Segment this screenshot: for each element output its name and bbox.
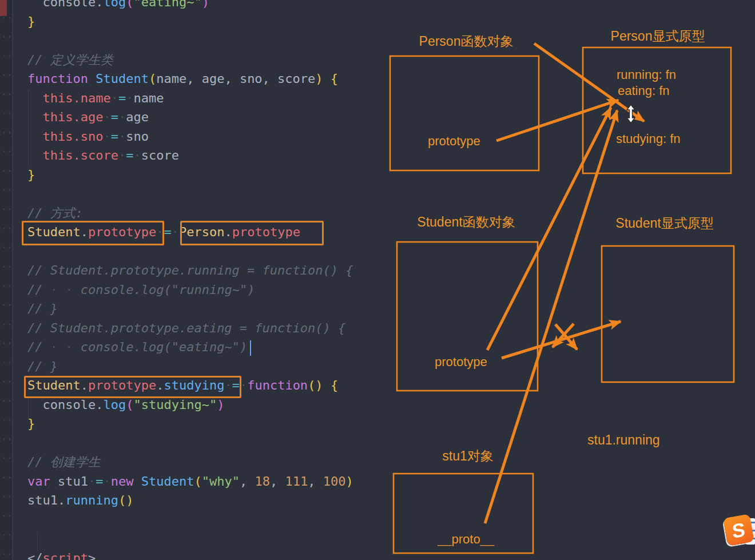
code-line[interactable]: // Student.prototype.eating = function()… (27, 319, 382, 338)
x-crossout-stroke-1 (555, 324, 577, 349)
red-corner-marker (0, 0, 7, 16)
code-line[interactable] (27, 434, 382, 453)
code-line[interactable] (27, 31, 382, 50)
code-annotation-box-student-prototype (22, 221, 164, 245)
arrow-student-prototype-new-link (487, 108, 611, 350)
code-line[interactable]: </script> (27, 549, 382, 560)
label-person-function-object: Person函数对象 (419, 34, 514, 49)
code-line[interactable]: stu1.running() (27, 491, 382, 510)
label-eating-fn: eating: fn (618, 84, 670, 98)
code-line[interactable] (27, 184, 382, 204)
code-line[interactable] (27, 510, 382, 530)
label-stu1-object: stu1对象 (442, 448, 493, 463)
label-person-prototype-slot: prototype (428, 134, 480, 148)
label-student-prototype-slot: prototype (435, 355, 487, 369)
arrow-stu1-proto-link (485, 110, 617, 523)
arrow-personfn-to-prototype-members (534, 43, 644, 121)
code-line[interactable]: } (27, 12, 382, 31)
label-stu1-proto-slot: __proto__ (437, 532, 495, 546)
logo-letter: S (732, 519, 746, 541)
code-line[interactable]: var stu1·=·new Student("why", 18, 111, 1… (27, 472, 382, 491)
arrow-student-prototype-old-link (502, 321, 621, 358)
code-editor[interactable]: console.log("eating~")}// 定义学生类function … (27, 0, 382, 560)
code-line[interactable]: // · · console.log("running~") (27, 280, 382, 300)
label-studying-fn: studying: fn (616, 132, 681, 146)
arrow-person-prototype-link (496, 100, 618, 141)
student-function-object-box (397, 242, 538, 391)
logo-square: S (723, 514, 754, 546)
code-line[interactable]: function Student(name, age, sno, score) … (27, 69, 382, 89)
ide-screenshot: console.log("eating~")}// 定义学生类function … (0, 0, 755, 560)
code-line[interactable]: this.sno·=·sno (27, 127, 382, 146)
code-line[interactable]: this.name·=·name (27, 89, 382, 108)
student-explicit-prototype-box (602, 246, 734, 382)
code-annotation-box-studying (24, 376, 241, 398)
mouse-resize-cursor (627, 105, 635, 123)
code-annotation-box-person-prototype (180, 221, 324, 245)
code-line[interactable]: } (27, 414, 382, 434)
code-line[interactable]: // Student.prototype.running = function(… (27, 261, 382, 280)
x-crossout-stroke-2 (553, 324, 574, 347)
code-line[interactable]: } (27, 165, 382, 185)
label-person-explicit-prototype: Person显式原型 (611, 29, 705, 43)
code-line[interactable]: // · · console.log("eating~") (27, 337, 382, 357)
code-line[interactable]: // } (27, 299, 382, 319)
code-line[interactable]: // 创建学生 (27, 452, 382, 472)
person-function-object-box (390, 56, 539, 170)
label-student-explicit-prototype: Student显式原型 (615, 216, 713, 231)
label-student-function-object: Student函数对象 (417, 215, 515, 229)
code-line[interactable]: // } (27, 357, 382, 376)
code-line[interactable]: this.score·=·score (27, 146, 382, 165)
label-running-fn: running: fn (617, 67, 676, 82)
text-cursor (250, 340, 251, 356)
code-line[interactable]: console.log("eating~") (27, 0, 382, 12)
code-line[interactable] (27, 529, 382, 549)
stu1-object-box (394, 474, 533, 553)
label-stu1-running-call: stu1.running (587, 432, 660, 447)
gutter-dots (1, 0, 11, 560)
code-line[interactable]: this.age·=·age (27, 108, 382, 127)
code-line[interactable]: // 方式: (27, 204, 382, 223)
code-line[interactable]: // 定义学生类 (27, 50, 382, 70)
gutter-divider-line (13, 0, 13, 560)
person-explicit-prototype-box (583, 47, 731, 173)
